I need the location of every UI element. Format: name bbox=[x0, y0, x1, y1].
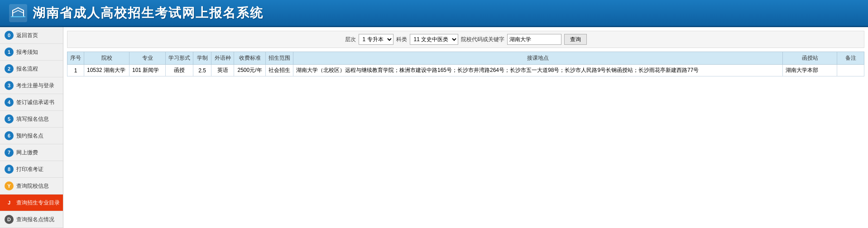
subject-select[interactable]: 11 文史中医类 12 理工农医类 13 体育类 14 艺术类 bbox=[410, 34, 458, 45]
sidebar-item-register-login[interactable]: 3考生注册与登录 bbox=[0, 77, 63, 94]
sidebar-badge-fill-info: 5 bbox=[5, 114, 14, 124]
sidebar-item-book-point[interactable]: 6预约报名点 bbox=[0, 128, 63, 144]
content-area: 层次 1 专升本 2 高升专 3 高升本 科类 11 文史中医类 12 理工农医… bbox=[63, 27, 868, 228]
logo-icon bbox=[9, 4, 27, 22]
sidebar-item-sign-pledge[interactable]: 4签订诚信承诺书 bbox=[0, 94, 63, 111]
th-lang: 外语种 bbox=[211, 52, 234, 65]
th-location: 接课地点 bbox=[293, 52, 783, 65]
sidebar-badge-book-point: 6 bbox=[5, 131, 14, 140]
cell-school: 10532 湖南大学 bbox=[84, 65, 129, 76]
th-major: 专业 bbox=[129, 52, 166, 65]
main-layout: 0返回首页1报考须知2报名流程3考生注册与登录4签订诚信承诺书5填写报名信息6预… bbox=[0, 27, 868, 228]
logo-area: 湖南省成人高校招生考试网上报名系统 bbox=[9, 4, 264, 22]
sidebar-badge-query-school: Y bbox=[5, 181, 14, 190]
sidebar-item-fill-info[interactable]: 5填写报名信息 bbox=[0, 111, 63, 128]
site-title: 湖南省成人高校招生考试网上报名系统 bbox=[33, 5, 264, 22]
cell-scope: 社会招生 bbox=[266, 65, 293, 76]
sidebar-item-query-major[interactable]: J查询招生专业目录 bbox=[0, 195, 63, 211]
header: 湖南省成人高校招生考试网上报名系统 bbox=[0, 0, 868, 27]
school-code-input[interactable] bbox=[507, 34, 561, 45]
cell-location: 湖南大学（北校区）远程与继续教育学院；株洲市建设中路165号；长沙市井湾路264… bbox=[293, 65, 783, 76]
sidebar-item-return-home[interactable]: 0返回首页 bbox=[0, 27, 63, 44]
table-row: 110532 湖南大学101 新闻学函授2.5英语2500元/年社会招生湖南大学… bbox=[67, 65, 864, 76]
sidebar-badge-online-pay: 7 bbox=[5, 148, 14, 157]
sidebar-label-sign-pledge: 签订诚信承诺书 bbox=[16, 99, 54, 106]
sidebar-item-print-admit[interactable]: 8打印准考证 bbox=[0, 161, 63, 178]
school-code-label: 院校代码或关键字 bbox=[461, 36, 504, 43]
filter-bar: 层次 1 专升本 2 高升专 3 高升本 科类 11 文史中医类 12 理工农医… bbox=[67, 31, 864, 48]
sidebar-badge-print-admit: 8 bbox=[5, 165, 14, 174]
cell-years: 2.5 bbox=[193, 65, 211, 76]
query-button[interactable]: 查询 bbox=[564, 34, 587, 45]
th-seq: 序号 bbox=[67, 52, 84, 65]
th-study: 学习形式 bbox=[166, 52, 193, 65]
sidebar-badge-sign-pledge: 4 bbox=[5, 98, 14, 107]
sidebar-item-query-point[interactable]: D查询报名点情况 bbox=[0, 211, 63, 228]
cell-major: 101 新闻学 bbox=[129, 65, 166, 76]
level-select[interactable]: 1 专升本 2 高升专 3 高升本 bbox=[359, 34, 393, 45]
th-years: 学制 bbox=[193, 52, 211, 65]
sidebar-label-online-pay: 网上缴费 bbox=[16, 149, 38, 157]
subject-label: 科类 bbox=[396, 36, 407, 43]
th-station: 函授站 bbox=[783, 52, 837, 65]
sidebar-item-query-school[interactable]: Y查询院校信息 bbox=[0, 178, 63, 195]
sidebar-label-print-admit: 打印准考证 bbox=[16, 166, 43, 173]
sidebar-badge-query-point: D bbox=[5, 215, 14, 224]
sidebar-item-reg-process[interactable]: 2报名流程 bbox=[0, 61, 63, 77]
cell-seq: 1 bbox=[67, 65, 84, 76]
sidebar-label-query-point: 查询报名点情况 bbox=[16, 216, 54, 223]
th-school: 院校 bbox=[84, 52, 129, 65]
sidebar-label-reg-process: 报名流程 bbox=[16, 65, 38, 73]
cell-station: 湖南大学本部 bbox=[783, 65, 837, 76]
sidebar-badge-reg-process: 2 bbox=[5, 64, 14, 73]
level-label: 层次 bbox=[345, 36, 356, 43]
sidebar: 0返回首页1报考须知2报名流程3考生注册与登录4签订诚信承诺书5填写报名信息6预… bbox=[0, 27, 63, 228]
cell-fee: 2500元/年 bbox=[234, 65, 266, 76]
table-header-row: 序号 院校 专业 学习形式 学制 外语种 收费标准 招生范围 接课地点 函授站 … bbox=[67, 52, 864, 65]
sidebar-label-query-school: 查询院校信息 bbox=[16, 182, 49, 190]
sidebar-label-exam-rules: 报考须知 bbox=[16, 48, 38, 56]
cell-study: 函授 bbox=[166, 65, 193, 76]
sidebar-badge-register-login: 3 bbox=[5, 81, 14, 90]
sidebar-label-book-point: 预约报名点 bbox=[16, 132, 43, 140]
data-table: 序号 院校 专业 学习形式 学制 外语种 收费标准 招生范围 接课地点 函授站 … bbox=[67, 52, 864, 76]
cell-lang: 英语 bbox=[211, 65, 234, 76]
sidebar-label-query-major: 查询招生专业目录 bbox=[16, 199, 60, 207]
th-note: 备注 bbox=[837, 52, 864, 65]
sidebar-badge-query-major: J bbox=[5, 198, 14, 207]
svg-rect-0 bbox=[9, 4, 27, 22]
th-scope: 招生范围 bbox=[266, 52, 293, 65]
sidebar-label-register-login: 考生注册与登录 bbox=[16, 82, 54, 90]
sidebar-label-fill-info: 填写报名信息 bbox=[16, 115, 49, 123]
sidebar-item-exam-rules[interactable]: 1报考须知 bbox=[0, 44, 63, 61]
sidebar-item-online-pay[interactable]: 7网上缴费 bbox=[0, 144, 63, 161]
th-fee: 收费标准 bbox=[234, 52, 266, 65]
sidebar-label-return-home: 返回首页 bbox=[16, 32, 38, 39]
sidebar-badge-exam-rules: 1 bbox=[5, 48, 14, 57]
cell-note bbox=[837, 65, 864, 76]
sidebar-badge-return-home: 0 bbox=[5, 31, 14, 40]
